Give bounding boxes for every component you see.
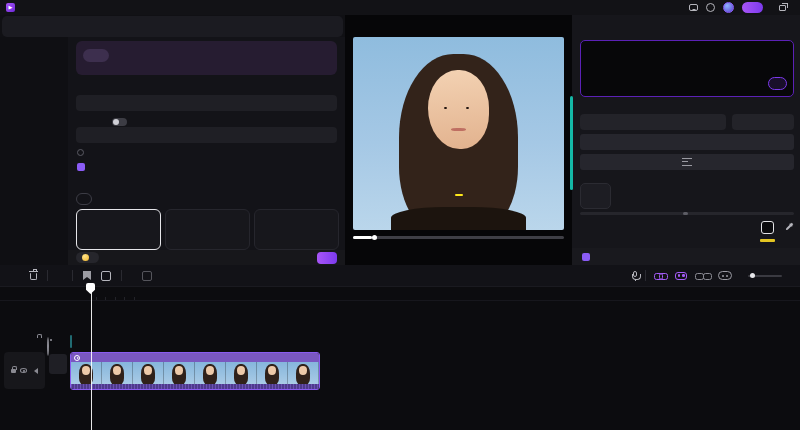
feedback-chip[interactable] <box>83 49 109 62</box>
text-color-swatch[interactable] <box>761 221 774 234</box>
divider <box>121 270 122 281</box>
download-update-icon[interactable] <box>706 3 715 12</box>
titlebar: ▶ <box>0 0 800 15</box>
magnet-snap-icon[interactable] <box>675 272 687 280</box>
ruler-tick <box>96 288 143 300</box>
subtitle-track-visibility-icon[interactable] <box>47 338 49 356</box>
restore-icon[interactable] <box>779 5 786 11</box>
coin-icon <box>82 254 89 261</box>
avatar[interactable] <box>723 2 734 13</box>
play-circle-icon <box>74 355 80 361</box>
timeline-zoom-slider[interactable] <box>748 275 782 277</box>
panel-bottom-bar <box>68 250 345 265</box>
apply-all-row <box>572 248 800 265</box>
clip-audio-strip <box>71 384 319 389</box>
divider <box>72 270 73 281</box>
eye-icon[interactable] <box>20 368 27 373</box>
current-color-indicator <box>760 239 775 242</box>
font-size-stepper[interactable] <box>732 114 794 130</box>
thumbnail <box>226 362 257 384</box>
lock-icon[interactable] <box>11 369 16 373</box>
panel-tab[interactable] <box>580 18 592 22</box>
subtitle-sidebar <box>0 37 68 265</box>
timeline <box>0 265 800 430</box>
font-family-select[interactable] <box>580 114 726 130</box>
divider <box>0 300 800 301</box>
radio-option[interactable] <box>77 149 87 156</box>
clear-subtitles-checkbox[interactable] <box>77 163 89 171</box>
translate-toggle[interactable] <box>112 118 127 126</box>
video-track-header <box>4 352 45 389</box>
thumbnail <box>195 362 226 384</box>
marker-icon[interactable] <box>83 271 91 280</box>
feedback-card <box>76 41 337 75</box>
style-card-glow[interactable] <box>254 209 339 250</box>
thumbnail <box>288 362 319 384</box>
delete-icon[interactable] <box>30 273 37 280</box>
mute-icon[interactable] <box>31 368 38 374</box>
divider <box>47 270 48 281</box>
microphone-icon[interactable] <box>633 271 637 277</box>
seek-bar[interactable] <box>353 236 564 239</box>
subtitle-overlay[interactable] <box>455 194 463 196</box>
player-controls <box>353 243 564 261</box>
style-category-pill[interactable] <box>76 193 92 205</box>
align-icon <box>682 158 692 166</box>
feedback-chat-icon[interactable] <box>689 4 698 11</box>
timeline-toolbar <box>0 265 800 287</box>
thumbnail <box>164 362 195 384</box>
clip-name-bar <box>71 353 319 362</box>
subtitle-segment[interactable] <box>70 335 72 348</box>
format-button[interactable] <box>580 134 794 150</box>
playhead-line <box>91 283 92 430</box>
thumbnail <box>133 362 164 384</box>
divider <box>645 270 646 281</box>
checkbox-icon[interactable] <box>582 253 590 261</box>
start-recognition-button[interactable] <box>317 252 337 264</box>
radio-icon <box>77 149 84 156</box>
app-logo: ▶ <box>6 3 15 12</box>
translate-language-select[interactable] <box>76 127 337 143</box>
clip-thumbnails <box>71 362 319 384</box>
auto-subtitle-panel <box>68 37 345 265</box>
subtitle-text-input[interactable] <box>580 40 794 97</box>
presets-scrollbar[interactable] <box>580 212 794 215</box>
sidebar-item[interactable] <box>4 42 64 57</box>
ribbon-toolbar <box>2 16 343 37</box>
thumbnail <box>257 362 288 384</box>
thumbnail <box>71 362 102 384</box>
keyframe-icon[interactable] <box>718 271 732 280</box>
timeline-ruler[interactable] <box>96 288 143 300</box>
export-button[interactable] <box>742 2 763 13</box>
credits-counter <box>76 252 99 263</box>
subtitle-track <box>70 335 72 348</box>
player-panel <box>345 15 572 265</box>
link-icon[interactable] <box>654 272 667 280</box>
unlink-icon[interactable] <box>695 272 710 280</box>
checkbox-icon <box>77 163 85 171</box>
source-language-select[interactable] <box>76 95 337 111</box>
thumbnail <box>102 362 133 384</box>
style-card-brown[interactable] <box>76 209 161 250</box>
emoji-icon <box>90 51 99 60</box>
align-button[interactable] <box>580 154 794 170</box>
playhead-handle[interactable] <box>86 283 95 294</box>
add-icon[interactable] <box>142 271 152 281</box>
video-clip[interactable] <box>70 352 320 390</box>
ai-script-button[interactable] <box>768 77 787 90</box>
panel-scroll-indicator[interactable] <box>570 96 573 190</box>
seek-handle[interactable] <box>372 235 377 240</box>
style-card-quick-fox[interactable] <box>165 209 250 250</box>
text-preset-tile[interactable] <box>580 183 611 209</box>
cover-button[interactable] <box>49 354 67 374</box>
text-properties-panel <box>572 15 800 265</box>
video-canvas[interactable] <box>353 37 564 230</box>
text-box-icon[interactable] <box>101 271 111 281</box>
ribbon-item[interactable] <box>2 16 343 37</box>
eyedropper-icon[interactable] <box>785 222 794 231</box>
